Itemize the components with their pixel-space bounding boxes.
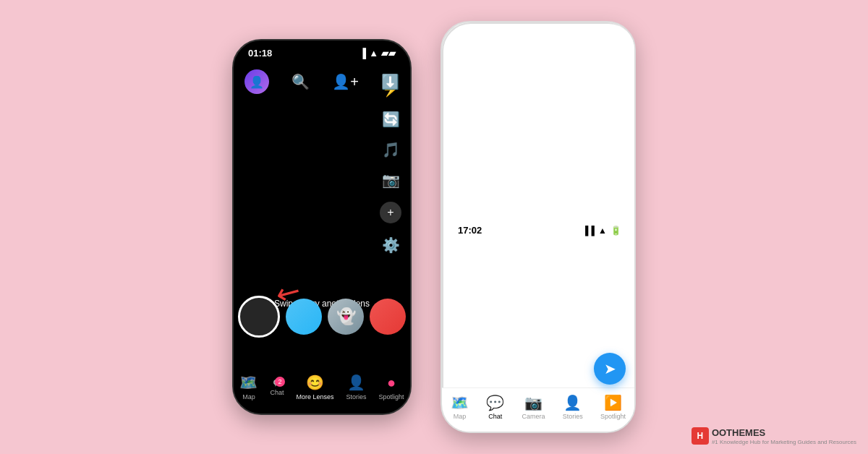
search-icon-left[interactable]: 🔍 [292,73,310,90]
nav-map-left[interactable]: 🗺️ Map [239,374,258,401]
time-left: 01:18 [248,48,272,59]
watermark-sub: #1 Knowledge Hub for Marketing Guides an… [712,439,856,445]
chat-label-right: Chat [488,413,502,420]
lenses-icon: 😊 [306,374,324,391]
nav-lenses-left[interactable]: 😊 More Lenses [296,374,333,401]
stories-icon-left: 👤 [347,374,365,391]
lenses-label: More Lenses [296,393,333,401]
nav-map-right[interactable]: 🗺️ Map [451,394,469,420]
background [0,0,868,454]
nav-spotlight-right[interactable]: ▶️ Spotlight [600,394,626,420]
time-right: 17:02 [458,225,482,236]
signal-icon: ▐ [359,48,366,59]
status-bar-left: 01:18 ▐ ▲ ▰▰ [234,40,410,62]
left-phone: 01:18 ▐ ▲ ▰▰ 👤 🔍 👤+ ⬇️ ⚡ 🔄 🎵 📷 + ⚙️ Swip… [232,39,412,415]
stories-label-right: Stories [563,413,583,420]
spotlight-label-left: Spotlight [378,393,404,401]
download-icon[interactable]: ⬇️ [381,73,399,90]
watermark-text-block: OOTHEMES #1 Knowledge Hub for Marketing … [712,426,856,445]
settings-icon[interactable]: ⚙️ [382,236,400,254]
spotlight-icon-left: ● [387,374,396,391]
lens-ghost[interactable]: 👻 [328,299,364,335]
spotlight-icon-right: ▶️ [604,394,622,411]
lens-selector[interactable]: 👻 [238,296,406,338]
camera-icon-right: 📷 [524,394,542,411]
camera-switch-icon[interactable]: 🔄 [382,111,400,128]
add-friend-icon[interactable]: 👤+ [332,73,359,90]
map-label: Map [242,393,255,401]
face-cam-icon[interactable]: 📷 [382,171,400,189]
status-icons-right: ▐▐ ▲ 🔋 [582,226,621,236]
watermark: H OOTHEMES #1 Knowledge Hub for Marketin… [692,426,856,445]
signal-icon-right: ▐▐ [582,226,595,236]
watermark-brand: OOTHEMES [712,427,765,438]
map-icon: 🗺️ [239,374,258,391]
bottom-nav-left: 🗺️ Map 💬 2 Chat 😊 More Lenses 👤 Stories … [234,368,410,414]
share-fab[interactable]: ➤ [594,353,626,385]
spotlight-label-right: Spotlight [600,413,626,420]
nav-chat-right[interactable]: 💬 Chat [486,394,504,420]
bottom-nav-right: 🗺️ Map 💬 Chat 📷 Camera 👤 Stories ▶️ Spot… [442,387,634,432]
right-phone: 17:02 ▐▐ ▲ 🔋 🔍 Chat 👤+ ··· Get notificat… [441,21,636,433]
watermark-logo: H [692,427,709,445]
top-bar-left: 👤 🔍 👤+ ⬇️ [234,66,410,98]
chat-icon: 💬 2 [273,379,281,387]
chat-badge: 2 [275,377,285,387]
map-label-right: Map [454,413,467,420]
status-icons-left: ▐ ▲ ▰▰ [359,48,396,59]
chat-icon-right: 💬 [486,394,504,411]
nav-chat-left[interactable]: 💬 2 Chat [270,379,284,396]
nav-camera-right[interactable]: 📷 Camera [522,394,545,420]
lens-red[interactable] [370,299,406,335]
add-icon[interactable]: + [380,202,401,223]
battery-icon-right: 🔋 [610,226,621,236]
nav-stories-left[interactable]: 👤 Stories [346,374,366,401]
battery-icon: ▰▰ [381,48,396,59]
stories-label-left: Stories [346,393,366,401]
camera-label-right: Camera [522,413,545,420]
nav-spotlight-left[interactable]: ● Spotlight [378,374,404,401]
chat-label: Chat [270,389,284,396]
nav-stories-right[interactable]: 👤 Stories [563,394,583,420]
wifi-icon-right: ▲ [598,226,607,236]
wifi-icon: ▲ [369,48,378,59]
right-icons: ⚡ 🔄 🎵 📷 + ⚙️ [380,80,401,254]
music-icon[interactable]: 🎵 [382,141,400,158]
user-avatar-left[interactable]: 👤 [244,69,269,94]
stories-icon-right: 👤 [563,394,582,411]
map-icon-right: 🗺️ [451,394,469,411]
